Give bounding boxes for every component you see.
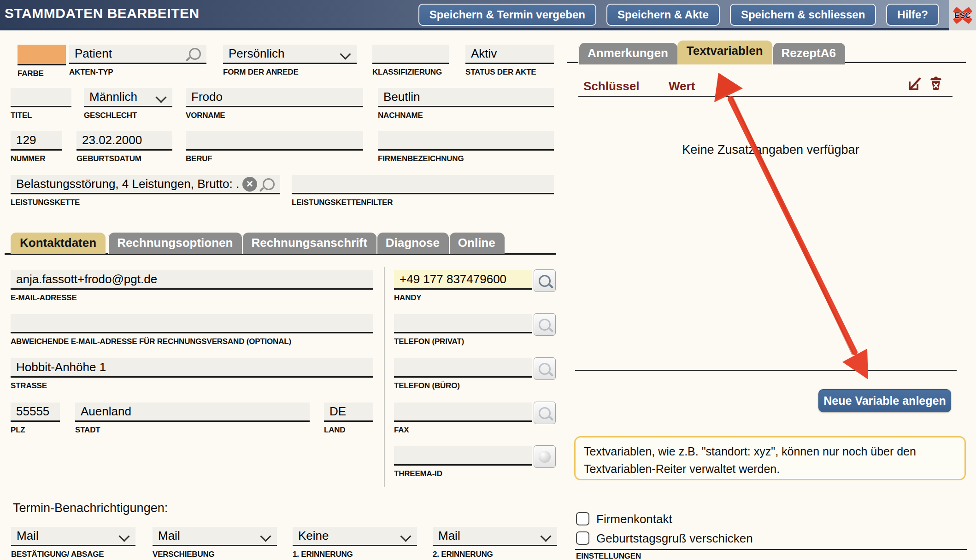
tel-buero-label: TELEFON (BÜRO)	[394, 381, 532, 391]
tab-anmerkungen[interactable]: Anmerkungen	[578, 43, 677, 64]
threema-field-group: THREEMA-ID	[394, 446, 532, 478]
einstellungen-label: EINSTELLUNGEN	[576, 552, 641, 560]
geburtsdatum-field[interactable]: 23.02.2000	[76, 131, 172, 151]
tab-kontaktdaten[interactable]: Kontaktdaten	[11, 233, 106, 254]
beruf-label: BERUF	[186, 154, 363, 163]
stadt-field[interactable]: Auenland	[75, 402, 310, 422]
beruf-field[interactable]	[186, 131, 363, 151]
erinnerung2-select[interactable]: Mail	[433, 527, 557, 546]
clear-icon[interactable]: ✕	[242, 177, 257, 192]
panel-bottom-line	[575, 370, 957, 371]
firmenbezeichnung-label: FIRMENBEZEICHNUNG	[378, 154, 554, 163]
geburtsdatum-field-group: 23.02.2000 GEBURTSDATUM	[76, 131, 172, 163]
fax-label: FAX	[394, 426, 532, 435]
esc-button[interactable]: ESC	[949, 0, 976, 30]
erinnerung1-select[interactable]: Keine	[293, 527, 417, 546]
klassifizierung-label: KLASSIFIZIERUNG	[372, 68, 449, 77]
leistungskettenfilter-field[interactable]	[292, 175, 554, 194]
tel-privat-search-button[interactable]	[534, 313, 556, 336]
tel-privat-label: TELEFON (PRIVAT)	[394, 337, 532, 346]
save-and-record-button[interactable]: Speichern & Akte	[606, 4, 720, 26]
fax-field[interactable]	[394, 402, 532, 422]
land-field-group: DE LAND	[324, 402, 373, 435]
stadt-value: Auenland	[81, 404, 131, 419]
plz-label: PLZ	[11, 426, 60, 435]
erinnerung2-label: 2. ERINNERUNG	[433, 550, 557, 559]
einstellungen-underline	[575, 549, 967, 550]
tab-online[interactable]: Online	[449, 233, 505, 254]
leistungskette-field[interactable]: Belastungsstörung, 4 Leistungen, Brutto:…	[11, 175, 280, 194]
title-bar: STAMMDATEN BEARBEITEN Speichern & Termin…	[0, 0, 976, 30]
color-swatch[interactable]	[18, 45, 66, 65]
tel-privat-field[interactable]	[394, 314, 532, 333]
edit-variable-icon[interactable]	[907, 76, 923, 92]
titel-field-group: TITEL	[11, 88, 71, 120]
fax-search-button[interactable]	[534, 402, 556, 424]
geschlecht-select[interactable]: Männlich	[84, 88, 172, 107]
klassifizierung-field[interactable]	[372, 45, 449, 64]
tab-rezepta6[interactable]: RezeptA6	[772, 43, 845, 64]
strasse-field-group: Hobbit-Anhöhe 1 STRASSE	[11, 358, 373, 391]
aktenstatus-field[interactable]: Aktiv	[465, 45, 554, 64]
bestaetigung-select[interactable]: Mail	[11, 527, 135, 546]
verschiebung-select[interactable]: Mail	[153, 527, 277, 546]
titel-label: TITEL	[11, 111, 71, 120]
nummer-field[interactable]: 129	[11, 131, 62, 151]
leistungskette-field-group: Belastungsstörung, 4 Leistungen, Brutto:…	[11, 175, 280, 207]
geburtstagsgruss-checkbox[interactable]	[576, 531, 589, 545]
verschiebung-select-group: Mail VERSCHIEBUNG	[153, 527, 277, 559]
fax-field-group: FAX	[394, 402, 532, 435]
email-value: anja.fassott+frodo@pgt.de	[16, 272, 157, 286]
nachname-field[interactable]: Beutlin	[378, 88, 554, 107]
farbe-label: FARBE	[18, 69, 66, 78]
tab-rechnungsanschrift[interactable]: Rechnungsanschrift	[242, 233, 376, 254]
strasse-field[interactable]: Hobbit-Anhöhe 1	[11, 358, 373, 378]
nachname-field-group: Beutlin NACHNAME	[378, 88, 554, 120]
tab-rechnungsoptionen[interactable]: Rechnungsoptionen	[108, 233, 242, 254]
email-rechnung-field[interactable]	[11, 314, 373, 333]
delete-variable-icon[interactable]	[928, 76, 944, 91]
nummer-value: 129	[16, 133, 36, 147]
threema-field[interactable]	[394, 446, 532, 466]
land-field[interactable]: DE	[324, 402, 373, 422]
tel-buero-search-button[interactable]	[534, 357, 556, 380]
tab-diagnose[interactable]: Diagnose	[376, 233, 449, 254]
anrede-select[interactable]: Persönlich	[223, 45, 357, 64]
leistungskette-label: LEISTUNGSKETTE	[11, 198, 280, 207]
firmenkontakt-checkbox[interactable]	[576, 512, 589, 525]
search-icon[interactable]	[263, 178, 275, 190]
tel-buero-field[interactable]	[394, 358, 532, 378]
vorname-field[interactable]: Frodo	[186, 88, 363, 107]
search-icon[interactable]	[189, 48, 201, 60]
help-button[interactable]: Hilfe?	[886, 4, 939, 26]
threema-button[interactable]	[534, 445, 556, 468]
strasse-value: Hobbit-Anhöhe 1	[16, 360, 106, 374]
handy-label: HANDY	[394, 293, 532, 303]
nummer-field-group: 129 NUMMER	[11, 131, 62, 163]
anrede-label: FORM DER ANREDE	[223, 68, 357, 77]
email-field-group: anja.fassott+frodo@pgt.de E-MAIL-ADRESSE	[11, 270, 373, 303]
plz-field[interactable]: 55555	[11, 402, 60, 422]
threema-label: THREEMA-ID	[394, 469, 532, 478]
plz-field-group: 55555 PLZ	[11, 402, 60, 435]
tab-textvariablen[interactable]: Textvariablen	[677, 41, 772, 64]
land-value: DE	[329, 404, 346, 419]
firmenbezeichnung-field-group: FIRMENBEZEICHNUNG	[378, 131, 554, 163]
titel-field[interactable]	[11, 88, 71, 107]
handy-field[interactable]: +49 177 837479600	[394, 270, 532, 290]
nachname-value: Beutlin	[383, 90, 420, 104]
email-field[interactable]: anja.fassott+frodo@pgt.de	[11, 270, 373, 290]
firmenbezeichnung-field[interactable]	[378, 131, 554, 151]
save-and-close-button[interactable]: Speichern & schliessen	[730, 4, 876, 26]
geschlecht-field-group: Männlich GESCHLECHT	[84, 88, 172, 120]
plz-value: 55555	[16, 404, 49, 419]
new-variable-button[interactable]: Neue Variable anlegen	[818, 389, 951, 412]
handy-value: +49 177 837479600	[400, 272, 506, 286]
anrede-value: Persönlich	[229, 47, 284, 61]
save-and-appointment-button[interactable]: Speichern & Termin vergeben	[418, 4, 596, 26]
handy-search-button[interactable]	[534, 269, 556, 292]
aktentyp-field[interactable]: Patient	[69, 45, 206, 64]
geburtsdatum-label: GEBURTSDATUM	[76, 154, 172, 163]
panel-header-underline	[578, 96, 952, 97]
schluessel-column-header: Schlüssel	[583, 79, 639, 93]
